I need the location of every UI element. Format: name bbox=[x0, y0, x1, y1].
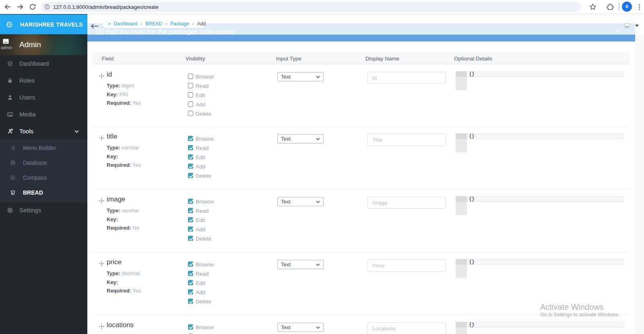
visibility-checkbox-edit[interactable] bbox=[188, 280, 193, 285]
panel-body: FieldVisibilityInput TypeDisplay NameOpt… bbox=[87, 41, 635, 334]
sidebar-menu: DashboardRolesUsersMediaToolsMenu Builde… bbox=[0, 55, 87, 219]
display-name-input[interactable] bbox=[367, 197, 446, 209]
sidebar-item-label: Users bbox=[19, 89, 35, 106]
image-icon bbox=[7, 111, 13, 118]
field-name: price bbox=[107, 258, 122, 266]
visibility-checkbox-browse[interactable] bbox=[188, 136, 193, 141]
optional-details-editor[interactable]: {} bbox=[456, 71, 624, 90]
optional-details-editor[interactable]: {} bbox=[456, 322, 624, 334]
visibility-checkbox-read[interactable] bbox=[188, 145, 193, 150]
breadcrumb-item-package[interactable]: Package bbox=[170, 21, 189, 27]
checkbox-label: Add bbox=[196, 102, 205, 108]
editor-active-line bbox=[467, 133, 624, 139]
sidebar-item-media[interactable]: Media bbox=[0, 106, 87, 123]
field-details: Type: decimalKey: Required: Yes bbox=[107, 269, 141, 295]
visibility-checkbox-delete[interactable] bbox=[188, 111, 193, 116]
sidebar-item-tools[interactable]: Tools bbox=[0, 123, 87, 140]
bookmark-star-icon[interactable] bbox=[589, 3, 597, 10]
visibility-checkbox-add[interactable] bbox=[188, 164, 193, 169]
drag-handle-icon[interactable] bbox=[99, 324, 104, 329]
lock-icon bbox=[7, 77, 13, 84]
bread-row-image: imageType: varcharKey: Required: NoBrows… bbox=[87, 189, 635, 252]
field-details: Type: varcharKey: Required: Yes bbox=[107, 143, 141, 170]
checkbox-label: Read bbox=[196, 83, 208, 89]
back-arrow-icon[interactable] bbox=[91, 23, 99, 29]
sidebar-item-menu-builder[interactable]: Menu Builder bbox=[0, 141, 87, 156]
bread-icon bbox=[10, 190, 16, 195]
breadcrumb-item-dashboard[interactable]: Dashboard bbox=[114, 21, 137, 27]
extensions-icon[interactable] bbox=[607, 3, 614, 10]
user-menu-caret-icon[interactable] bbox=[635, 25, 639, 27]
sidebar-item-database[interactable]: Database bbox=[0, 156, 87, 170]
browser-menu-icon[interactable] bbox=[638, 4, 640, 10]
sidebar-item-dashboard[interactable]: Dashboard bbox=[0, 55, 87, 72]
database-icon bbox=[10, 160, 16, 166]
visibility-checkbox-edit[interactable] bbox=[188, 154, 193, 160]
visibility-checkbox-edit[interactable] bbox=[188, 217, 193, 222]
sidebar-item-label: Media bbox=[19, 106, 36, 123]
input-type-select[interactable]: Text bbox=[277, 72, 324, 81]
display-name-input[interactable] bbox=[367, 134, 446, 146]
optional-details-editor[interactable]: {} bbox=[456, 133, 624, 152]
visibility-checkbox-delete[interactable] bbox=[188, 173, 193, 178]
user-avatar-broken-icon[interactable] bbox=[624, 23, 630, 29]
visibility-checkbox-add[interactable] bbox=[188, 289, 193, 295]
display-name-input[interactable] bbox=[367, 322, 446, 334]
sidebar-item-compass[interactable]: Compass bbox=[0, 170, 87, 185]
optional-details-editor[interactable]: {} bbox=[456, 259, 624, 278]
visibility-checkbox-read[interactable] bbox=[188, 271, 193, 276]
helm-icon bbox=[5, 21, 13, 29]
drag-handle-icon[interactable] bbox=[99, 198, 104, 203]
sidebar-item-label: Compass bbox=[23, 170, 47, 185]
checkbox-label: Browse bbox=[196, 199, 214, 205]
field-detail-line: Key: bbox=[107, 278, 141, 287]
field-detail-line: Key: bbox=[107, 215, 139, 224]
checkbox-label: Read bbox=[196, 271, 208, 277]
input-type-select[interactable]: Text bbox=[277, 260, 324, 269]
visibility-checkbox-add[interactable] bbox=[188, 102, 193, 107]
breadcrumb-item-bread[interactable]: BREAD bbox=[145, 21, 162, 27]
field-detail-line: Required: No bbox=[107, 224, 139, 232]
display-name-input[interactable] bbox=[367, 72, 446, 84]
sidebar-item-users[interactable]: Users bbox=[0, 89, 87, 106]
visibility-checkbox-browse[interactable] bbox=[188, 324, 193, 330]
site-info-icon[interactable] bbox=[44, 4, 50, 10]
drag-handle-icon[interactable] bbox=[99, 135, 104, 141]
sidebar-user-block[interactable] bbox=[0, 34, 87, 55]
input-type-select[interactable]: Text bbox=[277, 197, 324, 206]
select-chevron-icon bbox=[316, 76, 320, 78]
optional-details-editor[interactable]: {} bbox=[456, 196, 624, 215]
bread-row-title: titleType: varcharKey: Required: YesBrow… bbox=[87, 127, 635, 189]
display-name-input[interactable] bbox=[367, 259, 446, 272]
browser-reload-icon[interactable] bbox=[29, 3, 36, 10]
visibility-checkbox-delete[interactable] bbox=[188, 236, 193, 241]
drag-handle-icon[interactable] bbox=[99, 73, 104, 79]
visibility-checkbox-edit[interactable] bbox=[188, 92, 193, 98]
select-chevron-icon bbox=[316, 138, 320, 140]
visibility-checkbox-add[interactable] bbox=[188, 226, 193, 232]
drag-handle-icon[interactable] bbox=[99, 261, 104, 266]
row-divider bbox=[93, 189, 629, 190]
visibility-checkbox-browse[interactable] bbox=[188, 261, 193, 267]
column-header-input-type: Input Type bbox=[276, 53, 301, 65]
main-content: Edit the rows for the packages table bel… bbox=[87, 14, 644, 334]
checkbox-label: Delete bbox=[196, 299, 211, 305]
checkbox-label: Read bbox=[196, 208, 208, 214]
sidebar-item-roles[interactable]: Roles bbox=[0, 72, 87, 89]
sidebar-item-settings[interactable]: Settings bbox=[0, 202, 87, 219]
input-type-select[interactable]: Text bbox=[277, 323, 324, 332]
browser-forward-icon[interactable] bbox=[17, 3, 24, 10]
checkbox-label: Browse bbox=[196, 136, 214, 142]
input-type-select[interactable]: Text bbox=[277, 134, 324, 143]
browser-back-icon[interactable] bbox=[4, 3, 11, 10]
sidebar-item-bread[interactable]: BREAD bbox=[0, 185, 87, 200]
visibility-checkbox-read[interactable] bbox=[188, 208, 193, 213]
profile-avatar[interactable]: 0 bbox=[622, 2, 632, 12]
editor-code: {} bbox=[469, 322, 475, 328]
sidebar-brand[interactable]: HARISHREE TRAVELS bbox=[0, 15, 87, 34]
visibility-checkbox-read[interactable] bbox=[188, 83, 193, 88]
visibility-checkbox-browse[interactable] bbox=[188, 74, 193, 79]
visibility-checkbox-delete[interactable] bbox=[188, 299, 193, 304]
toolbar-divider bbox=[619, 3, 619, 10]
visibility-checkbox-browse[interactable] bbox=[188, 199, 193, 204]
